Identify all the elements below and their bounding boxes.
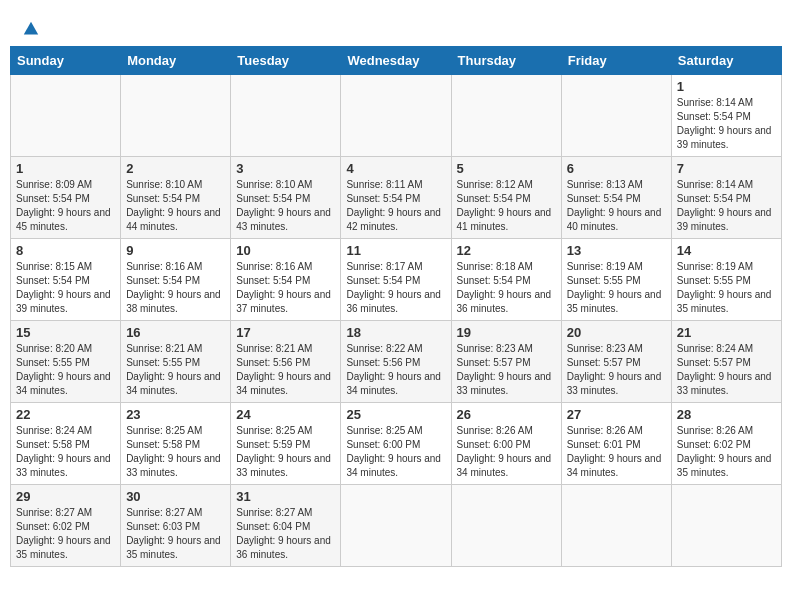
- day-number: 24: [236, 407, 335, 422]
- day-info: Sunrise: 8:21 AMSunset: 5:55 PMDaylight:…: [126, 342, 225, 398]
- day-info: Sunrise: 8:11 AMSunset: 5:54 PMDaylight:…: [346, 178, 445, 234]
- svg-marker-0: [24, 22, 38, 35]
- day-number: 26: [457, 407, 556, 422]
- day-number: 1: [16, 161, 115, 176]
- calendar-cell: 16Sunrise: 8:21 AMSunset: 5:55 PMDayligh…: [121, 321, 231, 403]
- calendar-cell: 4Sunrise: 8:11 AMSunset: 5:54 PMDaylight…: [341, 157, 451, 239]
- calendar-cell: [341, 75, 451, 157]
- calendar-week-row: 8Sunrise: 8:15 AMSunset: 5:54 PMDaylight…: [11, 239, 782, 321]
- calendar-cell: [121, 75, 231, 157]
- day-number: 22: [16, 407, 115, 422]
- day-number: 1: [677, 79, 776, 94]
- day-number: 23: [126, 407, 225, 422]
- day-number: 15: [16, 325, 115, 340]
- day-number: 12: [457, 243, 556, 258]
- day-number: 13: [567, 243, 666, 258]
- day-info: Sunrise: 8:15 AMSunset: 5:54 PMDaylight:…: [16, 260, 115, 316]
- calendar-cell: 26Sunrise: 8:26 AMSunset: 6:00 PMDayligh…: [451, 403, 561, 485]
- day-info: Sunrise: 8:23 AMSunset: 5:57 PMDaylight:…: [567, 342, 666, 398]
- day-info: Sunrise: 8:24 AMSunset: 5:57 PMDaylight:…: [677, 342, 776, 398]
- day-number: 28: [677, 407, 776, 422]
- calendar-cell: 6Sunrise: 8:13 AMSunset: 5:54 PMDaylight…: [561, 157, 671, 239]
- calendar-header-row: SundayMondayTuesdayWednesdayThursdayFrid…: [11, 47, 782, 75]
- weekday-header-wednesday: Wednesday: [341, 47, 451, 75]
- calendar-cell: 9Sunrise: 8:16 AMSunset: 5:54 PMDaylight…: [121, 239, 231, 321]
- calendar-week-row: 1Sunrise: 8:14 AMSunset: 5:54 PMDaylight…: [11, 75, 782, 157]
- calendar-cell: 31Sunrise: 8:27 AMSunset: 6:04 PMDayligh…: [231, 485, 341, 567]
- day-number: 2: [126, 161, 225, 176]
- day-number: 17: [236, 325, 335, 340]
- logo-icon: [22, 20, 40, 38]
- calendar-cell: 14Sunrise: 8:19 AMSunset: 5:55 PMDayligh…: [671, 239, 781, 321]
- day-info: Sunrise: 8:27 AMSunset: 6:04 PMDaylight:…: [236, 506, 335, 562]
- day-info: Sunrise: 8:14 AMSunset: 5:54 PMDaylight:…: [677, 178, 776, 234]
- calendar-cell: 2Sunrise: 8:10 AMSunset: 5:54 PMDaylight…: [121, 157, 231, 239]
- calendar-week-row: 15Sunrise: 8:20 AMSunset: 5:55 PMDayligh…: [11, 321, 782, 403]
- weekday-header-saturday: Saturday: [671, 47, 781, 75]
- day-info: Sunrise: 8:23 AMSunset: 5:57 PMDaylight:…: [457, 342, 556, 398]
- day-number: 6: [567, 161, 666, 176]
- weekday-header-thursday: Thursday: [451, 47, 561, 75]
- calendar-cell: 30Sunrise: 8:27 AMSunset: 6:03 PMDayligh…: [121, 485, 231, 567]
- calendar-cell: 10Sunrise: 8:16 AMSunset: 5:54 PMDayligh…: [231, 239, 341, 321]
- day-info: Sunrise: 8:10 AMSunset: 5:54 PMDaylight:…: [126, 178, 225, 234]
- day-number: 10: [236, 243, 335, 258]
- calendar-table: SundayMondayTuesdayWednesdayThursdayFrid…: [10, 46, 782, 567]
- calendar-cell: 28Sunrise: 8:26 AMSunset: 6:02 PMDayligh…: [671, 403, 781, 485]
- calendar-cell: 24Sunrise: 8:25 AMSunset: 5:59 PMDayligh…: [231, 403, 341, 485]
- day-number: 5: [457, 161, 556, 176]
- day-info: Sunrise: 8:25 AMSunset: 5:59 PMDaylight:…: [236, 424, 335, 480]
- calendar-cell: 29Sunrise: 8:27 AMSunset: 6:02 PMDayligh…: [11, 485, 121, 567]
- day-info: Sunrise: 8:25 AMSunset: 6:00 PMDaylight:…: [346, 424, 445, 480]
- calendar-cell: [451, 75, 561, 157]
- day-info: Sunrise: 8:09 AMSunset: 5:54 PMDaylight:…: [16, 178, 115, 234]
- calendar-cell: 18Sunrise: 8:22 AMSunset: 5:56 PMDayligh…: [341, 321, 451, 403]
- calendar-cell: 15Sunrise: 8:20 AMSunset: 5:55 PMDayligh…: [11, 321, 121, 403]
- day-number: 11: [346, 243, 445, 258]
- calendar-cell: [341, 485, 451, 567]
- day-number: 18: [346, 325, 445, 340]
- day-info: Sunrise: 8:19 AMSunset: 5:55 PMDaylight:…: [677, 260, 776, 316]
- calendar-cell: 13Sunrise: 8:19 AMSunset: 5:55 PMDayligh…: [561, 239, 671, 321]
- calendar-cell: 25Sunrise: 8:25 AMSunset: 6:00 PMDayligh…: [341, 403, 451, 485]
- day-info: Sunrise: 8:22 AMSunset: 5:56 PMDaylight:…: [346, 342, 445, 398]
- weekday-header-tuesday: Tuesday: [231, 47, 341, 75]
- weekday-header-monday: Monday: [121, 47, 231, 75]
- weekday-header-friday: Friday: [561, 47, 671, 75]
- calendar-cell: 11Sunrise: 8:17 AMSunset: 5:54 PMDayligh…: [341, 239, 451, 321]
- day-info: Sunrise: 8:20 AMSunset: 5:55 PMDaylight:…: [16, 342, 115, 398]
- day-number: 8: [16, 243, 115, 258]
- page-header: [10, 10, 782, 40]
- day-info: Sunrise: 8:16 AMSunset: 5:54 PMDaylight:…: [126, 260, 225, 316]
- day-number: 14: [677, 243, 776, 258]
- day-number: 21: [677, 325, 776, 340]
- calendar-cell: 5Sunrise: 8:12 AMSunset: 5:54 PMDaylight…: [451, 157, 561, 239]
- calendar-cell: 21Sunrise: 8:24 AMSunset: 5:57 PMDayligh…: [671, 321, 781, 403]
- day-number: 3: [236, 161, 335, 176]
- day-number: 27: [567, 407, 666, 422]
- weekday-header-sunday: Sunday: [11, 47, 121, 75]
- calendar-week-row: 1Sunrise: 8:09 AMSunset: 5:54 PMDaylight…: [11, 157, 782, 239]
- calendar-cell: 1Sunrise: 8:09 AMSunset: 5:54 PMDaylight…: [11, 157, 121, 239]
- day-info: Sunrise: 8:10 AMSunset: 5:54 PMDaylight:…: [236, 178, 335, 234]
- day-info: Sunrise: 8:25 AMSunset: 5:58 PMDaylight:…: [126, 424, 225, 480]
- calendar-cell: [451, 485, 561, 567]
- calendar-week-row: 29Sunrise: 8:27 AMSunset: 6:02 PMDayligh…: [11, 485, 782, 567]
- day-number: 31: [236, 489, 335, 504]
- day-number: 9: [126, 243, 225, 258]
- calendar-cell: 20Sunrise: 8:23 AMSunset: 5:57 PMDayligh…: [561, 321, 671, 403]
- calendar-cell: [231, 75, 341, 157]
- calendar-cell: 8Sunrise: 8:15 AMSunset: 5:54 PMDaylight…: [11, 239, 121, 321]
- day-info: Sunrise: 8:19 AMSunset: 5:55 PMDaylight:…: [567, 260, 666, 316]
- calendar-cell: [11, 75, 121, 157]
- calendar-cell: 17Sunrise: 8:21 AMSunset: 5:56 PMDayligh…: [231, 321, 341, 403]
- day-info: Sunrise: 8:27 AMSunset: 6:03 PMDaylight:…: [126, 506, 225, 562]
- day-info: Sunrise: 8:26 AMSunset: 6:02 PMDaylight:…: [677, 424, 776, 480]
- day-number: 7: [677, 161, 776, 176]
- calendar-cell: 19Sunrise: 8:23 AMSunset: 5:57 PMDayligh…: [451, 321, 561, 403]
- calendar-cell: 27Sunrise: 8:26 AMSunset: 6:01 PMDayligh…: [561, 403, 671, 485]
- calendar-cell: 3Sunrise: 8:10 AMSunset: 5:54 PMDaylight…: [231, 157, 341, 239]
- calendar-cell: 22Sunrise: 8:24 AMSunset: 5:58 PMDayligh…: [11, 403, 121, 485]
- calendar-cell: [671, 485, 781, 567]
- day-info: Sunrise: 8:26 AMSunset: 6:01 PMDaylight:…: [567, 424, 666, 480]
